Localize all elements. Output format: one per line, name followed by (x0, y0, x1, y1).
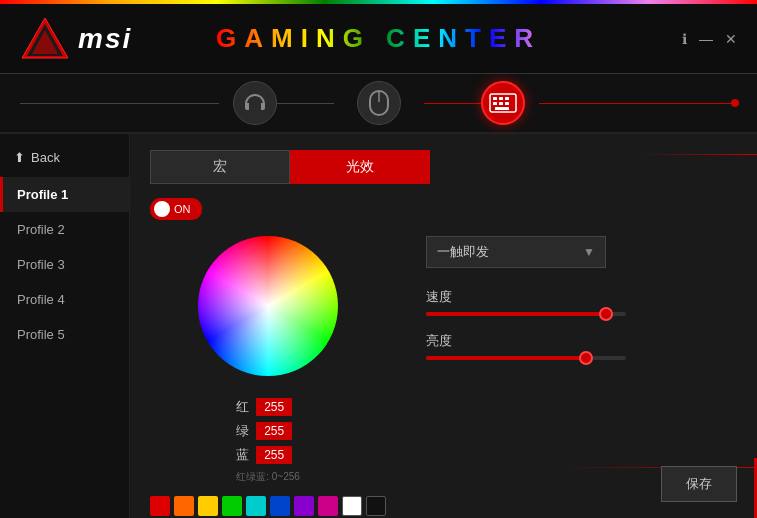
minimize-button[interactable]: — (699, 31, 713, 47)
svg-rect-6 (493, 97, 497, 100)
dropdown-row: 一触即发 ▼ (426, 236, 737, 268)
green-label: 绿 (236, 422, 250, 440)
blue-value[interactable]: 255 (256, 446, 292, 464)
sidebar-item-profile2[interactable]: Profile 2 (0, 212, 129, 247)
svg-rect-8 (505, 97, 509, 100)
green-value[interactable]: 255 (256, 422, 292, 440)
rgb-values: 红 255 绿 255 蓝 255 红绿蓝: 0~256 (236, 398, 300, 484)
window-controls: ℹ — ✕ (682, 31, 737, 47)
nav-tabs-row (0, 74, 757, 134)
back-label: Back (31, 150, 60, 165)
sidebar: ⬆ Back Profile 1 Profile 2 Profile 3 Pro… (0, 134, 130, 518)
blue-label: 蓝 (236, 446, 250, 464)
content-area: 宏 光效 ON 红 255 绿 (130, 134, 757, 518)
back-button[interactable]: ⬆ Back (0, 142, 129, 173)
app-title: GAMING CENTER (216, 23, 541, 54)
swatch-blue[interactable] (270, 496, 290, 516)
swatch-white[interactable] (342, 496, 362, 516)
close-button[interactable]: ✕ (725, 31, 737, 47)
speed-label: 速度 (426, 288, 737, 306)
swatch-black[interactable] (366, 496, 386, 516)
right-panel: 一触即发 ▼ 速度 亮度 (416, 236, 737, 376)
swatch-purple[interactable] (294, 496, 314, 516)
connector-dot (731, 99, 739, 107)
swatch-red[interactable] (150, 496, 170, 516)
headset-icon (242, 90, 268, 116)
red-value[interactable]: 255 (256, 398, 292, 416)
nav-tab-headset[interactable] (233, 81, 277, 125)
swatch-pink[interactable] (318, 496, 338, 516)
header: msi GAMING CENTER ℹ — ✕ (0, 4, 757, 74)
toggle-label: ON (174, 203, 191, 215)
sidebar-item-profile3[interactable]: Profile 3 (0, 247, 129, 282)
brightness-slider-track[interactable] (426, 356, 626, 360)
nav-tab-keyboard[interactable] (481, 81, 525, 125)
color-swatches (150, 496, 386, 516)
tab-bar: 宏 光效 (150, 150, 430, 184)
connector-line-left (20, 103, 219, 104)
svg-rect-9 (493, 102, 497, 105)
msi-dragon-icon (20, 16, 70, 61)
tab-lighting[interactable]: 光效 (290, 150, 430, 184)
speed-slider-thumb (599, 307, 613, 321)
save-button[interactable]: 保存 (661, 466, 737, 502)
toggle-knob (154, 201, 170, 217)
dropdown-arrow-icon: ▼ (583, 245, 595, 259)
info-button[interactable]: ℹ (682, 31, 687, 47)
color-wheel-container: 红 255 绿 255 蓝 255 红绿蓝: 0~256 (150, 236, 386, 516)
brightness-slider-section: 亮度 (426, 332, 737, 360)
sidebar-item-profile1[interactable]: Profile 1 (0, 177, 129, 212)
brightness-slider-thumb (579, 351, 593, 365)
speed-slider-section: 速度 (426, 288, 737, 316)
msi-brand-text: msi (78, 23, 132, 55)
nav-tab-mouse[interactable] (357, 81, 401, 125)
tab-macro[interactable]: 宏 (150, 150, 290, 184)
mouse-icon (368, 89, 390, 117)
rgb-hint: 红绿蓝: 0~256 (236, 470, 300, 484)
brightness-slider-fill (426, 356, 586, 360)
toggle-row: ON (150, 198, 737, 220)
rgb-red-row: 红 255 (236, 398, 300, 416)
connector-line-right (539, 103, 738, 104)
swatch-cyan[interactable] (246, 496, 266, 516)
lighting-toggle[interactable]: ON (150, 198, 202, 220)
rgb-blue-row: 蓝 255 (236, 446, 300, 464)
swatch-green[interactable] (222, 496, 242, 516)
speed-slider-fill (426, 312, 606, 316)
swatch-yellow[interactable] (198, 496, 218, 516)
speed-slider-track[interactable] (426, 312, 626, 316)
brightness-label: 亮度 (426, 332, 737, 350)
dropdown-selected-value: 一触即发 (437, 243, 489, 261)
rgb-green-row: 绿 255 (236, 422, 300, 440)
svg-rect-7 (499, 97, 503, 100)
deco-line-right (637, 154, 757, 155)
red-label: 红 (236, 398, 250, 416)
sidebar-item-profile4[interactable]: Profile 4 (0, 282, 129, 317)
sidebar-item-profile5[interactable]: Profile 5 (0, 317, 129, 352)
back-arrow-icon: ⬆ (14, 150, 25, 165)
svg-rect-12 (495, 107, 509, 110)
svg-rect-11 (505, 102, 509, 105)
svg-rect-10 (499, 102, 503, 105)
color-wheel[interactable] (198, 236, 338, 376)
keyboard-icon (489, 93, 517, 113)
swatch-orange[interactable] (174, 496, 194, 516)
effect-dropdown[interactable]: 一触即发 ▼ (426, 236, 606, 268)
color-section: 红 255 绿 255 蓝 255 红绿蓝: 0~256 (150, 236, 737, 516)
msi-logo: msi (20, 16, 132, 61)
main-content: ⬆ Back Profile 1 Profile 2 Profile 3 Pro… (0, 134, 757, 518)
